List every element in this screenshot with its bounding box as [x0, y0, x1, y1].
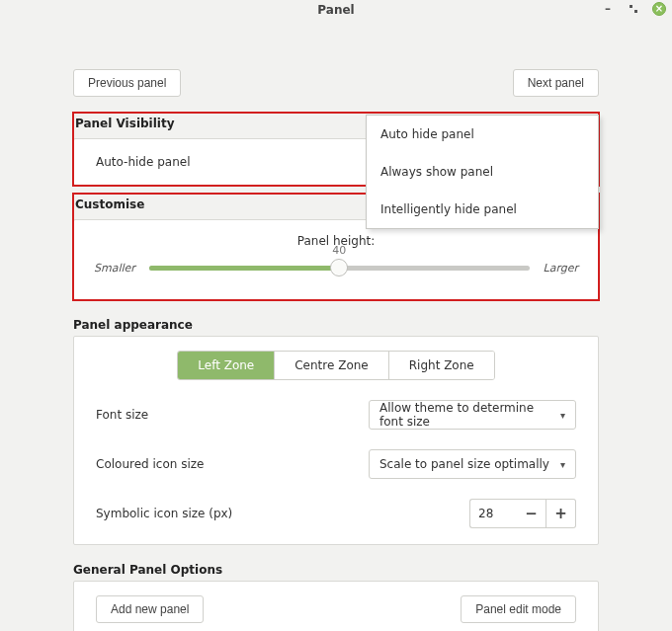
zone-segmented-control: Left Zone Centre Zone Right Zone	[177, 351, 494, 380]
visibility-option-intelligent-hide[interactable]: Intelligently hide panel	[367, 191, 598, 228]
symbolic-icon-size-increment[interactable]: +	[546, 499, 576, 528]
symbolic-icon-size-value[interactable]: 28	[469, 499, 517, 528]
symbolic-icon-size-label: Symbolic icon size (px)	[96, 507, 232, 520]
slider-value-label: 40	[332, 244, 346, 257]
font-size-value: Allow theme to determine font size	[379, 401, 560, 429]
zone-left-button[interactable]: Left Zone	[178, 352, 274, 379]
visibility-option-always-show[interactable]: Always show panel	[367, 153, 598, 191]
font-size-label: Font size	[96, 408, 148, 422]
svg-rect-1	[634, 10, 637, 13]
coloured-icon-size-select[interactable]: Scale to panel size optimally ▾	[369, 449, 576, 479]
window-title: Panel	[317, 3, 354, 17]
general-panel-options-heading: General Panel Options	[73, 563, 599, 577]
panel-appearance-heading: Panel appearance	[73, 318, 599, 332]
previous-panel-button[interactable]: Previous panel	[73, 69, 181, 97]
font-size-select[interactable]: Allow theme to determine font size ▾	[369, 400, 576, 430]
close-button[interactable]: ×	[652, 2, 666, 16]
visibility-option-auto-hide[interactable]: Auto hide panel	[367, 116, 598, 153]
minimize-button[interactable]: –	[601, 2, 615, 16]
chevron-down-icon: ▾	[560, 410, 565, 421]
panel-edit-mode-button[interactable]: Panel edit mode	[461, 595, 576, 623]
maximize-button[interactable]	[627, 2, 640, 16]
slider-smaller-label: Smaller	[94, 262, 135, 275]
symbolic-icon-size-decrement[interactable]: −	[517, 499, 546, 528]
add-new-panel-button[interactable]: Add new panel	[96, 595, 204, 623]
auto-hide-panel-label: Auto-hide panel	[96, 155, 190, 169]
chevron-down-icon: ▾	[560, 459, 565, 470]
coloured-icon-size-value: Scale to panel size optimally	[379, 457, 549, 471]
zone-right-button[interactable]: Right Zone	[388, 352, 494, 379]
visibility-dropdown: Auto hide panel Always show panel Intell…	[366, 115, 599, 229]
coloured-icon-size-label: Coloured icon size	[96, 457, 204, 471]
zone-centre-button[interactable]: Centre Zone	[274, 352, 388, 379]
next-panel-button[interactable]: Next panel	[513, 69, 599, 97]
slider-larger-label: Larger	[544, 262, 578, 275]
panel-height-slider[interactable]: 40	[149, 256, 530, 279]
svg-rect-0	[630, 5, 632, 8]
